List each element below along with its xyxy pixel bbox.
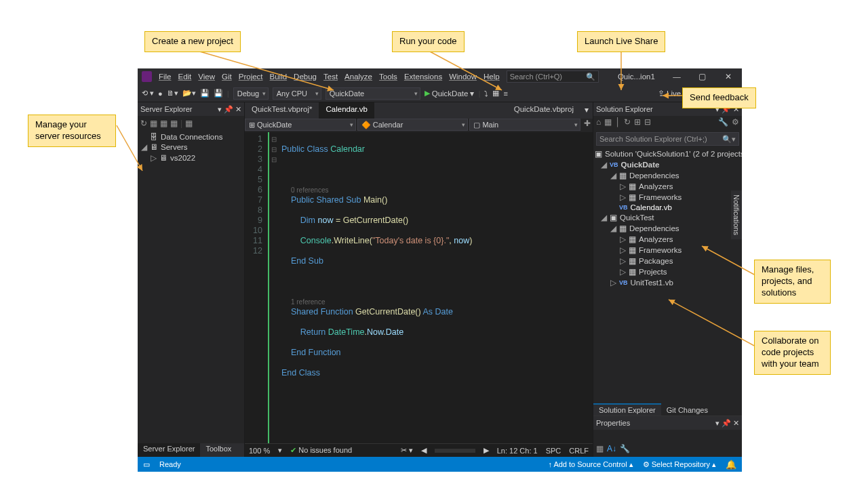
file-unittest[interactable]: ▷VBUnitTest1.vb — [595, 277, 741, 288]
tab-server-explorer[interactable]: Server Explorer — [138, 443, 200, 457]
startup-dropdown[interactable]: QuickDate — [326, 87, 420, 100]
close-button[interactable]: ✕ — [719, 72, 738, 81]
pane-controls[interactable]: ▾ 📌 ✕ — [715, 419, 739, 428]
home-icon[interactable]: ⌂ — [596, 117, 601, 129]
se-icon-5[interactable]: ▦ — [185, 119, 193, 128]
tab-quickdate-proj[interactable]: QuickDate.vbproj — [507, 102, 580, 119]
tree-vs2022[interactable]: ▷🖥vs2022 — [140, 152, 241, 163]
tab-solution-explorer[interactable]: Solution Explorer — [593, 403, 661, 415]
se-tb-3[interactable]: │ — [615, 117, 620, 129]
notifications-tab[interactable]: Notifications — [731, 190, 742, 239]
nav-fwd-button[interactable]: ● — [158, 89, 163, 98]
settings-icon[interactable]: ⚙ — [732, 117, 739, 129]
deps-2[interactable]: ◢▦Dependencies — [595, 223, 741, 234]
package-icon: ▦ — [629, 256, 636, 266]
tree-label: UnitTest1.vb — [631, 279, 673, 287]
line-ending[interactable]: CRLF — [569, 447, 589, 455]
menu-analyze[interactable]: Analyze — [344, 73, 372, 81]
callout-new-project: Create a new project — [144, 31, 241, 52]
se-tb-2[interactable]: ▦ — [604, 117, 612, 129]
computer-icon: 🖥 — [159, 154, 167, 162]
alphabetical-icon[interactable]: A↓ — [607, 444, 616, 455]
frameworks-1[interactable]: ▷▦Frameworks — [595, 192, 741, 203]
open-button[interactable]: 📂▾ — [182, 89, 196, 98]
se-tb-6[interactable]: ⊟ — [644, 117, 651, 129]
se-tb-5[interactable]: ⊞ — [634, 117, 641, 129]
menu-git[interactable]: Git — [222, 73, 232, 81]
step-button[interactable]: ⤵ — [484, 89, 488, 98]
menu-extensions[interactable]: Extensions — [404, 73, 442, 81]
fold-gutter: ⊟⊟⊟ — [269, 132, 279, 443]
tree-data-connections[interactable]: 🗄Data Connections — [140, 132, 241, 142]
se-label: Solution Explorer — [596, 105, 653, 113]
tab-toolbox[interactable]: Toolbox — [200, 443, 237, 457]
save-all-button[interactable]: 💾 — [214, 89, 223, 98]
se-icon-4[interactable]: ▦ — [170, 119, 178, 128]
nav-class[interactable]: 🔶 Calendar — [357, 119, 469, 131]
nav-member[interactable]: ▢ Main — [469, 119, 580, 131]
menu-file[interactable]: File — [159, 73, 172, 81]
menu-view[interactable]: View — [198, 73, 215, 81]
notifications-icon[interactable]: 🔔 — [726, 460, 736, 470]
zoom-level[interactable]: 100 % — [249, 447, 270, 455]
menu-help[interactable]: Help — [484, 73, 500, 81]
analyzers-1[interactable]: ▷▦Analyzers — [595, 181, 741, 192]
tool-icon-2[interactable]: ≡ — [503, 89, 507, 98]
tool-icon-1[interactable]: ▦ — [492, 89, 499, 98]
file-calendar[interactable]: VBCalendar.vb — [595, 203, 741, 212]
frameworks-2[interactable]: ▷▦Frameworks — [595, 245, 741, 256]
proj-quickdate[interactable]: ◢VBQuickDate — [595, 159, 741, 170]
issues-status[interactable]: No issues found — [290, 446, 352, 455]
tab-overflow-icon[interactable]: ▾ — [580, 102, 593, 119]
code-text[interactable]: Public Class Calendar 0 references Publi… — [279, 132, 593, 443]
nav-back-button[interactable]: ⟲ ▾ — [142, 89, 154, 98]
indent-mode[interactable]: SPC — [546, 447, 561, 455]
proj-quicktest[interactable]: ◢▣QuickTest — [595, 212, 741, 223]
menu-edit[interactable]: Edit — [178, 73, 191, 81]
select-repository[interactable]: ⚙ Select Repository ▴ — [643, 460, 716, 469]
sln-root[interactable]: ▣Solution 'QuickSolution1' (2 of 2 proje… — [595, 148, 741, 159]
se-tb-4[interactable]: ↻ — [624, 117, 631, 129]
code-editor[interactable]: 123456789101112 ⊟⊟⊟ Public Class Calenda… — [245, 132, 593, 443]
scroll-left-icon[interactable]: ◀ — [421, 446, 427, 455]
nav-split-icon[interactable]: ✚ — [582, 119, 593, 132]
se-icon-3[interactable]: ▦ — [160, 119, 167, 128]
platform-dropdown[interactable]: Any CPU — [273, 87, 321, 100]
add-source-control[interactable]: ↑ Add to Source Control ▴ — [548, 460, 633, 469]
solution-search-input[interactable]: Search Solution Explorer (Ctrl+;)🔍▾ — [596, 132, 739, 146]
tab-git-changes[interactable]: Git Changes — [661, 403, 713, 415]
new-project-button[interactable]: 🗎▾ — [167, 89, 178, 98]
pane-controls[interactable]: ▾ 📌 ✕ — [218, 105, 241, 114]
props-pages-icon[interactable]: 🔧 — [620, 444, 630, 455]
run-button[interactable]: QuickDate ▾ — [425, 89, 475, 98]
deps-1[interactable]: ◢▦Dependencies — [595, 170, 741, 181]
menu-window[interactable]: Window — [449, 73, 477, 81]
tab-calendar[interactable]: Calendar.vb — [319, 102, 374, 119]
tree-label: QuickTest — [620, 214, 654, 222]
menu-build[interactable]: Build — [270, 73, 288, 81]
menu-test[interactable]: Test — [323, 73, 338, 81]
tab-quicktest[interactable]: QuickTest.vbproj* — [245, 102, 319, 119]
menu-tools[interactable]: Tools — [379, 73, 397, 81]
nav-project[interactable]: ⊞ QuickDate — [245, 119, 356, 131]
wrench-icon[interactable]: 🔧 — [718, 117, 728, 129]
deps-icon: ▦ — [619, 171, 627, 180]
save-button[interactable]: 💾 — [200, 89, 210, 98]
tool-icon[interactable]: ✂ ▾ — [401, 446, 413, 455]
menu-debug[interactable]: Debug — [294, 73, 317, 81]
vs-window: File Edit View Git Project Build Debug T… — [138, 68, 742, 472]
stop-icon[interactable]: ▦ — [150, 119, 157, 128]
output-icon[interactable]: ▭ — [143, 460, 150, 469]
projects-ref[interactable]: ▷▦Projects — [595, 266, 741, 277]
refresh-icon[interactable]: ↻ — [140, 119, 147, 128]
maximize-button[interactable]: ▢ — [693, 72, 712, 81]
search-input[interactable]: Search (Ctrl+Q)🔍 — [507, 70, 599, 83]
analyzers-2[interactable]: ▷▦Analyzers — [595, 234, 741, 245]
minimize-button[interactable]: — — [667, 73, 686, 81]
config-dropdown[interactable]: Debug — [233, 87, 269, 100]
categorized-icon[interactable]: ▦ — [596, 444, 604, 455]
menu-project[interactable]: Project — [239, 73, 263, 81]
scroll-right-icon[interactable]: ▶ — [484, 446, 489, 455]
tree-servers[interactable]: ◢🖥Servers — [140, 142, 241, 152]
packages[interactable]: ▷▦Packages — [595, 256, 741, 266]
